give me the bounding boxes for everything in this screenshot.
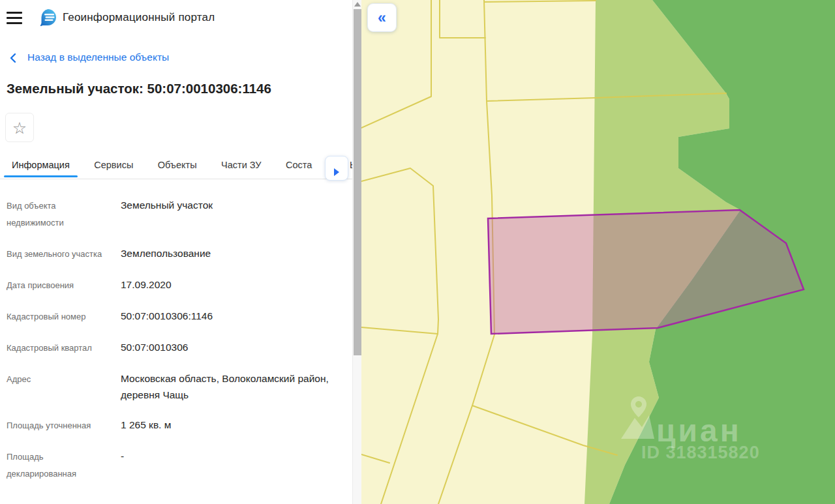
attribute-row: Адрес Московская область, Волоколамский … xyxy=(7,369,346,403)
attribute-label: Адрес xyxy=(7,369,113,403)
attribute-row: Площадь декларированная - xyxy=(7,447,346,482)
tab-bar: Информация Сервисы Объекты Части ЗУ Сост… xyxy=(0,154,352,179)
tab-services[interactable]: Сервисы xyxy=(94,154,133,177)
attributes-list: Вид объекта недвижимости Земельный участ… xyxy=(7,196,346,495)
tab-composition[interactable]: Соста xyxy=(286,154,312,177)
attribute-label: Вид объекта недвижимости xyxy=(7,196,113,231)
tab-scroll-right-button[interactable] xyxy=(325,156,348,181)
attribute-value: 1 265 кв. м xyxy=(121,415,346,434)
attribute-row: Кадастровый номер 50:07:0010306:1146 xyxy=(7,306,346,325)
attribute-row: Вид объекта недвижимости Земельный участ… xyxy=(7,196,346,231)
app-title: Геоинформационный портал xyxy=(63,11,215,24)
tab-objects[interactable]: Объекты xyxy=(158,154,197,177)
attribute-value: 17.09.2020 xyxy=(121,275,346,294)
attribute-row: Площадь уточненная 1 265 кв. м xyxy=(7,415,346,434)
collapse-panel-button[interactable]: « xyxy=(367,3,397,32)
svg-text:ID 318315820: ID 318315820 xyxy=(641,443,760,462)
portal-logo-icon xyxy=(39,8,57,26)
attribute-value: - xyxy=(121,447,346,482)
map-canvas[interactable]: циан ID 318315820 « xyxy=(361,0,835,504)
attribute-value: Земельный участок xyxy=(121,196,346,231)
attribute-value: 50:07:0010306:1146 xyxy=(121,306,346,325)
attribute-value: 50:07:0010306 xyxy=(121,338,346,357)
collapse-sidebar-icon: « xyxy=(372,5,392,31)
scrollbar-thumb[interactable] xyxy=(354,9,361,355)
object-info-panel: Геоинформационный портал Назад в выделен… xyxy=(0,0,352,504)
header: Геоинформационный портал xyxy=(0,0,352,37)
attribute-label: Кадастровый квартал xyxy=(7,338,113,357)
hamburger-menu-icon[interactable] xyxy=(7,11,22,24)
attribute-row: Дата присвоения 17.09.2020 xyxy=(7,275,346,294)
attribute-row: Вид земельного участка Землепользование xyxy=(7,244,346,263)
panel-scrollbar[interactable] xyxy=(352,0,361,504)
star-icon: ☆ xyxy=(10,114,29,142)
attribute-label: Площадь уточненная xyxy=(7,415,113,434)
attribute-label: Дата присвоения xyxy=(7,275,113,294)
attribute-value: Московская область, Волоколамский район,… xyxy=(121,369,346,403)
attribute-label: Вид земельного участка xyxy=(7,244,113,263)
favorite-star-button[interactable]: ☆ xyxy=(5,113,34,142)
geoportal-app: Геоинформационный портал Назад в выделен… xyxy=(0,0,835,504)
tab-information[interactable]: Информация xyxy=(12,154,70,177)
attribute-label: Площадь декларированная xyxy=(7,447,113,482)
attribute-label: Кадастровый номер xyxy=(7,306,113,325)
page-title: Земельный участок: 50:07:0010306:1146 xyxy=(7,81,339,96)
back-chevron-icon xyxy=(9,53,17,66)
attribute-row: Кадастровый квартал 50:07:0010306 xyxy=(7,338,346,357)
chevron-right-icon xyxy=(334,168,339,176)
attribute-value: Землепользование xyxy=(121,244,346,263)
back-link-label: Назад в выделенные объекты xyxy=(27,52,169,63)
tab-parcel-parts[interactable]: Части ЗУ xyxy=(221,154,262,177)
map-layers: циан ID 318315820 xyxy=(361,0,835,504)
scrollbar-up-icon[interactable] xyxy=(354,2,361,7)
